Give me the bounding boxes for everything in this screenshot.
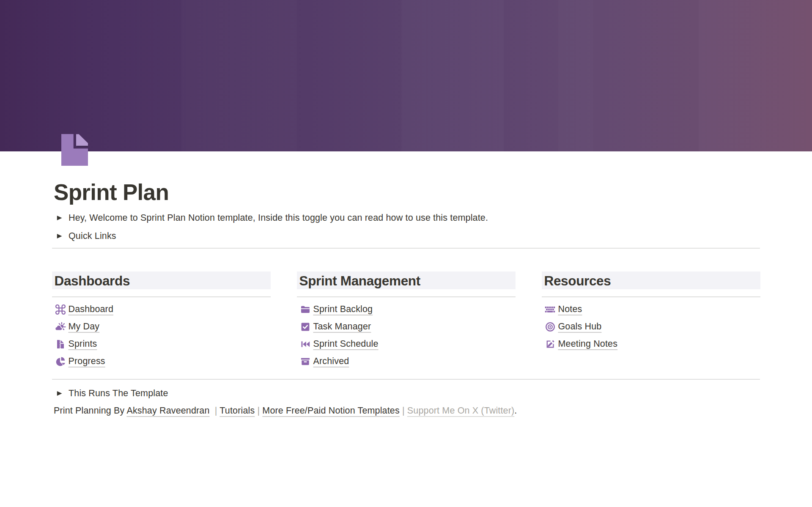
compose-icon: [545, 339, 556, 350]
page-link-task-manager[interactable]: Task Manager: [297, 318, 516, 335]
column-header-divider: [52, 296, 271, 297]
keyboard-icon: [545, 304, 556, 315]
page-link-progress[interactable]: Progress: [52, 353, 271, 370]
target-icon: [545, 321, 556, 332]
page-cover: [0, 0, 812, 151]
page-link-label: Notes: [558, 303, 582, 316]
archive-box-icon: [300, 356, 311, 367]
column-items: Notes Goals Hub Meeting Notes: [542, 301, 760, 353]
page-link-sprints[interactable]: Sprints: [52, 335, 271, 353]
pie-chart-icon: [55, 356, 66, 367]
column-dashboards: Dashboards Dashboard My Day: [52, 271, 271, 370]
column-header-label: Dashboards: [55, 272, 130, 290]
toggle-runs-template-label: This Runs The Template: [69, 387, 168, 400]
column-items: Sprint Backlog Task Manager Sprint Sched…: [297, 301, 516, 370]
column-header-resources: Resources: [542, 271, 760, 289]
page-link-label: My Day: [69, 320, 100, 333]
column-header-divider: [297, 296, 516, 297]
page-link-label: Task Manager: [313, 320, 371, 333]
column-header-label: Resources: [544, 272, 611, 290]
footer-text: .: [514, 406, 517, 416]
divider: [52, 248, 760, 249]
page-link-notes[interactable]: Notes: [542, 301, 760, 318]
page-link-label: Meeting Notes: [558, 337, 618, 351]
page-link-label: Archived: [313, 355, 349, 368]
column-header-label: Sprint Management: [299, 272, 420, 290]
column-items: Dashboard My Day: [52, 301, 271, 370]
toggle-arrow-icon: [57, 233, 62, 239]
footer-text: Print Planning By: [54, 406, 126, 416]
file-zipper-icon: [55, 339, 66, 350]
page-link-my-day[interactable]: My Day: [52, 318, 271, 335]
link-columns: Dashboards Dashboard My Day: [52, 271, 760, 370]
page-link-archived[interactable]: Archived: [297, 353, 516, 370]
column-sprint-management: Sprint Management Sprint Backlog Task Ma…: [297, 271, 516, 370]
folder-icon: [300, 304, 311, 315]
column-header-sprint-management: Sprint Management: [297, 271, 516, 289]
page-link-label: Sprint Backlog: [313, 303, 373, 316]
footer-text: [210, 406, 215, 416]
skip-back-icon: [300, 339, 311, 350]
toggle-welcome[interactable]: Hey, Welcome to Sprint Plan Notion templ…: [52, 211, 488, 225]
toggle-arrow-icon: [57, 391, 62, 396]
divider: [52, 379, 760, 380]
page-link-sprint-backlog[interactable]: Sprint Backlog: [297, 301, 516, 318]
page-link-label: Sprint Schedule: [313, 337, 379, 351]
page-link-goals-hub[interactable]: Goals Hub: [542, 318, 760, 335]
cover-gradient-bands: [0, 0, 812, 151]
toggle-quick-links-label: Quick Links: [69, 230, 116, 243]
page-title: Sprint Plan: [54, 179, 169, 206]
footer-link-tutorials[interactable]: Tutorials: [219, 406, 255, 416]
column-resources: Resources Notes Goals Hub: [542, 271, 760, 370]
toggle-welcome-label: Hey, Welcome to Sprint Plan Notion templ…: [69, 211, 488, 225]
footer-link-akshay-raveendran[interactable]: Akshay Raveendran: [126, 406, 209, 416]
page-document-icon[interactable]: [61, 134, 88, 166]
toggle-quick-links[interactable]: Quick Links: [52, 230, 116, 243]
footer-link-more-free-paid-notion-templates[interactable]: More Free/Paid Notion Templates: [262, 406, 400, 416]
command-icon: [55, 304, 66, 315]
footer-link-support-me-on-x-twitter-[interactable]: Support Me On X (Twitter): [407, 406, 514, 416]
page-link-label: Goals Hub: [558, 320, 602, 333]
column-header-divider: [542, 296, 760, 297]
checkbox-icon: [300, 321, 311, 332]
toggle-arrow-icon: [57, 215, 62, 221]
page-link-sprint-schedule[interactable]: Sprint Schedule: [297, 335, 516, 353]
page-link-label: Dashboard: [69, 303, 114, 316]
page-link-dashboard[interactable]: Dashboard: [52, 301, 271, 318]
footer-credits: Print Planning By Akshay Raveendran | Tu…: [54, 404, 517, 417]
page-link-label: Progress: [69, 355, 105, 368]
sun-cloud-icon: [55, 321, 66, 332]
page-link-meeting-notes[interactable]: Meeting Notes: [542, 335, 760, 353]
column-header-dashboards: Dashboards: [52, 271, 271, 289]
page-link-label: Sprints: [69, 337, 97, 351]
toggle-runs-template[interactable]: This Runs The Template: [52, 387, 168, 400]
